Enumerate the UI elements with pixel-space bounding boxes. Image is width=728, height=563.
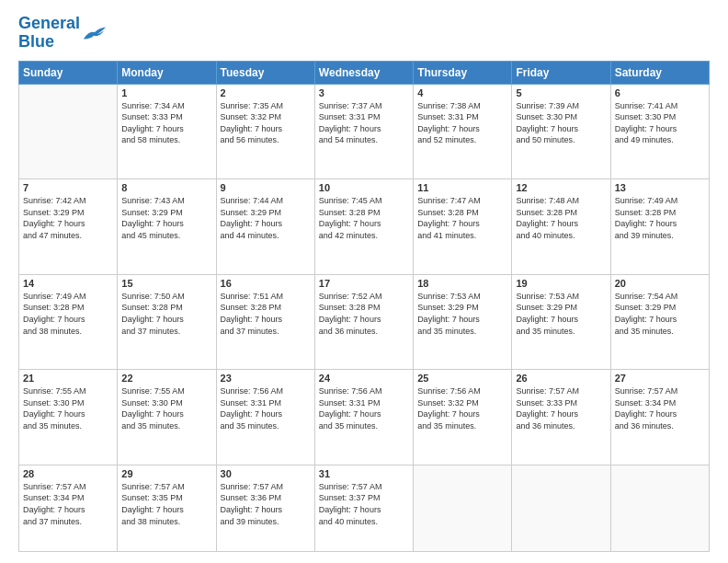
calendar-cell: 4Sunrise: 7:38 AM Sunset: 3:31 PM Daylig… bbox=[414, 84, 512, 179]
calendar-cell: 2Sunrise: 7:35 AM Sunset: 3:32 PM Daylig… bbox=[216, 84, 314, 179]
day-number: 7 bbox=[23, 182, 113, 193]
calendar-cell: 24Sunrise: 7:56 AM Sunset: 3:31 PM Dayli… bbox=[314, 370, 413, 465]
logo: GeneralBlue bbox=[18, 15, 108, 52]
day-number: 30 bbox=[221, 468, 311, 479]
calendar-cell bbox=[512, 465, 610, 551]
day-info: Sunrise: 7:38 AM Sunset: 3:31 PM Dayligh… bbox=[417, 100, 507, 146]
weekday-header-tuesday: Tuesday bbox=[216, 61, 314, 84]
week-row-4: 28Sunrise: 7:57 AM Sunset: 3:34 PM Dayli… bbox=[19, 465, 710, 551]
day-info: Sunrise: 7:54 AM Sunset: 3:29 PM Dayligh… bbox=[615, 291, 705, 337]
day-info: Sunrise: 7:55 AM Sunset: 3:30 PM Dayligh… bbox=[121, 385, 211, 431]
logo-bird-icon bbox=[82, 23, 108, 43]
week-row-0: 1Sunrise: 7:34 AM Sunset: 3:33 PM Daylig… bbox=[19, 84, 710, 179]
day-number: 1 bbox=[121, 87, 211, 98]
calendar-cell: 12Sunrise: 7:48 AM Sunset: 3:28 PM Dayli… bbox=[512, 179, 610, 275]
day-info: Sunrise: 7:57 AM Sunset: 3:35 PM Dayligh… bbox=[121, 481, 211, 527]
day-info: Sunrise: 7:49 AM Sunset: 3:28 PM Dayligh… bbox=[23, 291, 113, 337]
day-info: Sunrise: 7:53 AM Sunset: 3:29 PM Dayligh… bbox=[417, 291, 507, 337]
day-info: Sunrise: 7:41 AM Sunset: 3:30 PM Dayligh… bbox=[615, 100, 705, 146]
calendar-cell: 5Sunrise: 7:39 AM Sunset: 3:30 PM Daylig… bbox=[512, 84, 610, 179]
calendar-cell: 28Sunrise: 7:57 AM Sunset: 3:34 PM Dayli… bbox=[19, 465, 118, 551]
calendar-cell: 21Sunrise: 7:55 AM Sunset: 3:30 PM Dayli… bbox=[19, 370, 118, 465]
calendar-cell bbox=[610, 465, 709, 551]
day-number: 13 bbox=[615, 182, 705, 193]
day-number: 5 bbox=[516, 87, 606, 98]
day-number: 12 bbox=[516, 182, 606, 193]
calendar-cell: 22Sunrise: 7:55 AM Sunset: 3:30 PM Dayli… bbox=[118, 370, 216, 465]
calendar-cell: 19Sunrise: 7:53 AM Sunset: 3:29 PM Dayli… bbox=[512, 274, 610, 370]
day-info: Sunrise: 7:50 AM Sunset: 3:28 PM Dayligh… bbox=[121, 291, 211, 337]
day-number: 24 bbox=[319, 373, 409, 384]
day-info: Sunrise: 7:57 AM Sunset: 3:34 PM Dayligh… bbox=[23, 481, 113, 527]
calendar-cell: 25Sunrise: 7:56 AM Sunset: 3:32 PM Dayli… bbox=[414, 370, 512, 465]
weekday-header-wednesday: Wednesday bbox=[314, 61, 413, 84]
day-info: Sunrise: 7:55 AM Sunset: 3:30 PM Dayligh… bbox=[23, 385, 113, 431]
calendar-cell: 10Sunrise: 7:45 AM Sunset: 3:28 PM Dayli… bbox=[314, 179, 413, 275]
day-number: 19 bbox=[516, 278, 606, 289]
calendar-cell: 13Sunrise: 7:49 AM Sunset: 3:28 PM Dayli… bbox=[610, 179, 709, 275]
day-info: Sunrise: 7:57 AM Sunset: 3:33 PM Dayligh… bbox=[516, 385, 606, 431]
week-row-1: 7Sunrise: 7:42 AM Sunset: 3:29 PM Daylig… bbox=[19, 179, 710, 275]
calendar-cell: 3Sunrise: 7:37 AM Sunset: 3:31 PM Daylig… bbox=[314, 84, 413, 179]
day-number: 14 bbox=[23, 278, 113, 289]
calendar-cell: 16Sunrise: 7:51 AM Sunset: 3:28 PM Dayli… bbox=[216, 274, 314, 370]
day-number: 2 bbox=[221, 87, 311, 98]
calendar-cell: 23Sunrise: 7:56 AM Sunset: 3:31 PM Dayli… bbox=[216, 370, 314, 465]
day-number: 8 bbox=[121, 182, 211, 193]
logo-text: GeneralBlue bbox=[18, 15, 80, 52]
calendar-cell: 9Sunrise: 7:44 AM Sunset: 3:29 PM Daylig… bbox=[216, 179, 314, 275]
day-info: Sunrise: 7:45 AM Sunset: 3:28 PM Dayligh… bbox=[319, 195, 409, 241]
calendar-cell: 15Sunrise: 7:50 AM Sunset: 3:28 PM Dayli… bbox=[118, 274, 216, 370]
weekday-header-sunday: Sunday bbox=[19, 61, 118, 84]
day-number: 28 bbox=[23, 468, 113, 479]
day-info: Sunrise: 7:37 AM Sunset: 3:31 PM Dayligh… bbox=[319, 100, 409, 146]
day-number: 4 bbox=[417, 87, 507, 98]
weekday-header-monday: Monday bbox=[118, 61, 216, 84]
day-number: 15 bbox=[121, 278, 211, 289]
week-row-3: 21Sunrise: 7:55 AM Sunset: 3:30 PM Dayli… bbox=[19, 370, 710, 465]
day-info: Sunrise: 7:44 AM Sunset: 3:29 PM Dayligh… bbox=[221, 195, 311, 241]
day-info: Sunrise: 7:56 AM Sunset: 3:31 PM Dayligh… bbox=[319, 385, 409, 431]
day-info: Sunrise: 7:52 AM Sunset: 3:28 PM Dayligh… bbox=[319, 291, 409, 337]
weekday-header-saturday: Saturday bbox=[610, 61, 709, 84]
day-number: 22 bbox=[121, 373, 211, 384]
calendar-table: SundayMondayTuesdayWednesdayThursdayFrid… bbox=[18, 61, 710, 552]
day-number: 3 bbox=[319, 87, 409, 98]
day-number: 21 bbox=[23, 373, 113, 384]
day-number: 18 bbox=[417, 278, 507, 289]
day-number: 16 bbox=[221, 278, 311, 289]
page: GeneralBlue SundayMondayTuesdayWednesday… bbox=[0, 0, 728, 563]
day-number: 31 bbox=[319, 468, 409, 479]
day-number: 23 bbox=[221, 373, 311, 384]
calendar-cell: 11Sunrise: 7:47 AM Sunset: 3:28 PM Dayli… bbox=[414, 179, 512, 275]
day-info: Sunrise: 7:56 AM Sunset: 3:31 PM Dayligh… bbox=[221, 385, 311, 431]
day-info: Sunrise: 7:34 AM Sunset: 3:33 PM Dayligh… bbox=[121, 100, 211, 146]
day-number: 6 bbox=[615, 87, 705, 98]
day-info: Sunrise: 7:47 AM Sunset: 3:28 PM Dayligh… bbox=[417, 195, 507, 241]
day-number: 20 bbox=[615, 278, 705, 289]
calendar-cell: 17Sunrise: 7:52 AM Sunset: 3:28 PM Dayli… bbox=[314, 274, 413, 370]
calendar-cell bbox=[19, 84, 118, 179]
weekday-header-thursday: Thursday bbox=[414, 61, 512, 84]
calendar-cell: 29Sunrise: 7:57 AM Sunset: 3:35 PM Dayli… bbox=[118, 465, 216, 551]
day-number: 11 bbox=[417, 182, 507, 193]
week-row-2: 14Sunrise: 7:49 AM Sunset: 3:28 PM Dayli… bbox=[19, 274, 710, 370]
day-info: Sunrise: 7:48 AM Sunset: 3:28 PM Dayligh… bbox=[516, 195, 606, 241]
day-info: Sunrise: 7:57 AM Sunset: 3:37 PM Dayligh… bbox=[319, 481, 409, 527]
calendar-cell bbox=[414, 465, 512, 551]
weekday-header-friday: Friday bbox=[512, 61, 610, 84]
day-info: Sunrise: 7:57 AM Sunset: 3:34 PM Dayligh… bbox=[615, 385, 705, 431]
day-info: Sunrise: 7:57 AM Sunset: 3:36 PM Dayligh… bbox=[221, 481, 311, 527]
day-info: Sunrise: 7:42 AM Sunset: 3:29 PM Dayligh… bbox=[23, 195, 113, 241]
day-number: 10 bbox=[319, 182, 409, 193]
calendar-cell: 18Sunrise: 7:53 AM Sunset: 3:29 PM Dayli… bbox=[414, 274, 512, 370]
day-info: Sunrise: 7:39 AM Sunset: 3:30 PM Dayligh… bbox=[516, 100, 606, 146]
day-info: Sunrise: 7:53 AM Sunset: 3:29 PM Dayligh… bbox=[516, 291, 606, 337]
calendar-cell: 27Sunrise: 7:57 AM Sunset: 3:34 PM Dayli… bbox=[610, 370, 709, 465]
day-info: Sunrise: 7:56 AM Sunset: 3:32 PM Dayligh… bbox=[417, 385, 507, 431]
calendar-cell: 30Sunrise: 7:57 AM Sunset: 3:36 PM Dayli… bbox=[216, 465, 314, 551]
calendar-cell: 31Sunrise: 7:57 AM Sunset: 3:37 PM Dayli… bbox=[314, 465, 413, 551]
calendar-cell: 1Sunrise: 7:34 AM Sunset: 3:33 PM Daylig… bbox=[118, 84, 216, 179]
day-info: Sunrise: 7:51 AM Sunset: 3:28 PM Dayligh… bbox=[221, 291, 311, 337]
calendar-cell: 8Sunrise: 7:43 AM Sunset: 3:29 PM Daylig… bbox=[118, 179, 216, 275]
